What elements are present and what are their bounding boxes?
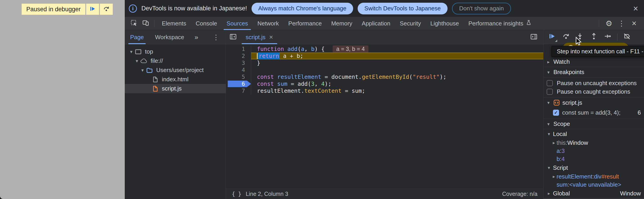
breakpoint-file-script-js[interactable]: ▾script.js — [544, 97, 644, 108]
deactivate-breakpoints-button[interactable] — [620, 31, 633, 43]
line-number-6[interactable]: 6 — [226, 80, 251, 87]
chevron-right-icon: ▸ — [551, 140, 556, 145]
close-icon[interactable]: × — [269, 34, 273, 41]
code-line-5: 5const resultElement = document.getEleme… — [226, 73, 543, 80]
deactivate-breakpoints-icon — [623, 33, 631, 42]
tab-elements[interactable]: Elements — [157, 17, 191, 30]
tab-network[interactable]: Network — [253, 17, 284, 30]
step-over-button[interactable] — [560, 31, 572, 43]
code-line-content[interactable]: const sum = add(3, 4); — [251, 80, 543, 87]
tab-sources[interactable]: Sources — [222, 17, 253, 30]
code-editor[interactable]: 1function add(a, b) {a = 3, b = 42return… — [226, 44, 543, 189]
always-match-chrome-s-language-button[interactable]: Always match Chrome's language — [252, 3, 353, 15]
tree-item-label: file:// — [150, 57, 163, 64]
code-line-content[interactable] — [251, 66, 543, 73]
line-number-3[interactable]: 3 — [226, 59, 251, 66]
code-line-content[interactable]: const resultElement = document.getElemen… — [251, 73, 543, 80]
open-file-tab-script-js[interactable]: script.js × — [240, 30, 278, 44]
dropdown-corner-icon — [555, 40, 557, 42]
collapse-navigator-button[interactable] — [226, 30, 240, 44]
tab-performance[interactable]: Performance — [284, 17, 326, 30]
file-icon — [152, 85, 159, 92]
code-token: } — [257, 60, 260, 66]
step-over-button-page[interactable] — [100, 4, 113, 15]
collapse-debugger-sidebar-button[interactable] — [527, 33, 541, 41]
toggle-pause-on-uncaught-exceptions[interactable]: Pause on uncaught exceptions — [544, 79, 644, 87]
code-token: , — [304, 46, 311, 52]
scope-entry-this[interactable]: ▸this: Window — [544, 139, 644, 147]
cloud-icon — [140, 57, 148, 65]
code-line-2: 2return a + b; — [226, 53, 543, 59]
tree-item-index-html[interactable]: index.html — [125, 75, 226, 84]
scope-group-global[interactable]: ▸GlobalWindow — [544, 189, 644, 198]
section-watch[interactable]: ▸ Watch — [544, 57, 644, 67]
scope-entry-b[interactable]: b: 4 — [544, 155, 644, 163]
navigator-tab-page[interactable]: Page — [129, 30, 145, 44]
toolbar-divider — [599, 20, 599, 27]
scope-entry-resultelement[interactable]: ▸resultElement: div#result — [544, 172, 644, 180]
scope-group-name: Local — [553, 131, 567, 137]
toggle-pause-on-caught-exceptions[interactable]: Pause on caught exceptions — [544, 87, 644, 96]
tab-console[interactable]: Console — [191, 17, 222, 30]
info-icon: i — [129, 5, 137, 13]
navigator-tab-label: Page — [130, 34, 144, 41]
checkbox-icon — [547, 89, 553, 95]
tab-label: Console — [196, 20, 217, 27]
step-button[interactable] — [602, 31, 614, 43]
code-line-content[interactable]: function add(a, b) {a = 3, b = 4 — [251, 46, 543, 53]
scope-group-script[interactable]: ▾Script — [544, 163, 644, 172]
tree-item-label: top — [145, 48, 153, 55]
dont-show-again-button[interactable]: Don't show again — [452, 3, 511, 15]
section-breakpoints[interactable]: ▾ Breakpoints — [544, 67, 644, 77]
toggle-label: Pause on uncaught exceptions — [557, 80, 637, 87]
tree-item-top[interactable]: ▾top — [125, 47, 226, 56]
code-token: return — [259, 53, 279, 59]
more-tabs-icon[interactable]: » — [194, 30, 198, 44]
tree-item-file[interactable]: ▾file:// — [125, 56, 226, 66]
resume-script-button[interactable] — [86, 4, 99, 15]
scope-entry-a[interactable]: a: 3 — [544, 147, 644, 155]
tab-security[interactable]: Security — [395, 17, 426, 30]
controls-divider — [617, 34, 618, 41]
switch-devtools-to-japanese-button[interactable]: Switch DevTools to Japanese — [358, 3, 448, 15]
code-token: const — [257, 74, 274, 80]
code-line-6: 6const sum = add(3, 4); — [226, 80, 543, 87]
script-file-icon — [553, 99, 560, 106]
code-token: = sum; — [342, 88, 365, 94]
tab-application[interactable]: Application — [357, 17, 395, 30]
step-out-button[interactable] — [588, 31, 600, 43]
resume-button[interactable] — [546, 31, 558, 43]
tab-memory[interactable]: Memory — [326, 17, 357, 30]
code-line-content[interactable]: } — [251, 59, 543, 66]
kebab-menu-icon[interactable]: ⋮ — [616, 17, 627, 30]
chevron-down-icon: ▾ — [546, 100, 551, 105]
scope-entry-sum[interactable]: sum: <value unavailable> — [544, 180, 644, 189]
line-number-4[interactable]: 4 — [226, 66, 251, 73]
tab-lighthouse[interactable]: Lighthouse — [426, 17, 464, 30]
line-number-2[interactable]: 2 — [226, 53, 251, 59]
tree-item-script-js[interactable]: script.js — [125, 84, 226, 93]
chevron-down-icon: ▾ — [547, 131, 551, 137]
code-token: ) { — [314, 46, 324, 52]
code-line-content[interactable]: resultElement.textContent = sum; — [251, 87, 543, 94]
navigator-tab-workspace[interactable]: Workspace — [154, 30, 185, 44]
tree-item-users-user-project[interactable]: ▾Users/user/project — [125, 66, 226, 75]
devtools-close-icon[interactable]: × — [629, 17, 640, 30]
pretty-print-icon[interactable]: { } — [232, 191, 241, 197]
scope-group-local[interactable]: ▾Local — [544, 129, 644, 139]
gear-icon[interactable]: ⚙ — [604, 17, 614, 30]
code-line-content[interactable]: return a + b; — [251, 53, 543, 59]
line-number-1[interactable]: 1 — [226, 46, 251, 53]
inspect-element-button[interactable] — [128, 17, 140, 30]
step-over-icon — [103, 6, 110, 13]
line-number-7[interactable]: 7 — [226, 87, 251, 94]
cursor-position-label: Line 2, Column 3 — [246, 191, 288, 197]
device-toolbar-button[interactable] — [140, 17, 152, 30]
breakpoint-entry[interactable]: ✓const sum = add(3, 4);6 — [544, 108, 644, 117]
line-number-5[interactable]: 5 — [226, 73, 251, 80]
section-scope[interactable]: ▾ Scope — [544, 119, 644, 129]
tab-performance-insights[interactable]: Performance insights — [464, 17, 536, 30]
code-line-1: 1function add(a, b) {a = 3, b = 4 — [226, 46, 543, 53]
navigator-kebab-menu-icon[interactable]: ⋮ — [211, 30, 221, 44]
notification-close-icon[interactable]: × — [633, 4, 638, 13]
